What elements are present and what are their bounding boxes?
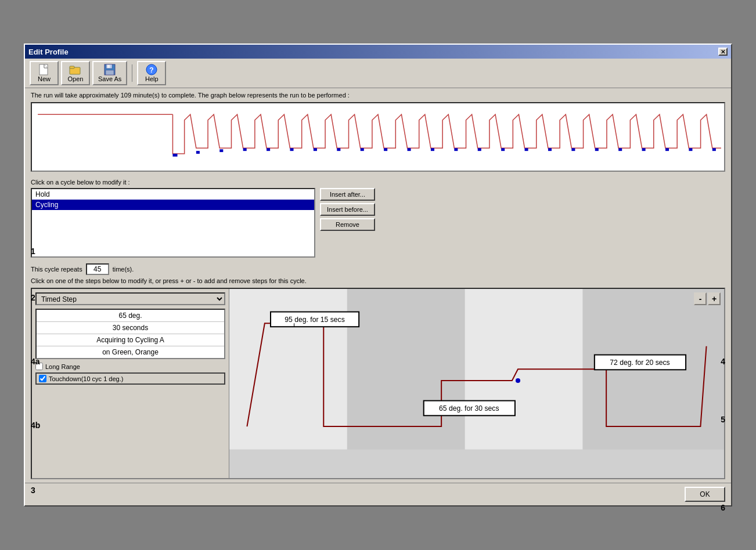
svg-rect-0: [39, 64, 48, 75]
step-params-box: 65 deg. 30 seconds Acquiring to Cycling …: [35, 309, 225, 359]
svg-rect-21: [337, 148, 340, 151]
cycle-container: Hold Cycling Insert after... Insert befo…: [31, 188, 725, 258]
touchdown-label: Touchdown(10 cyc 1 deg.): [49, 375, 123, 382]
save-as-button[interactable]: Save As: [92, 61, 127, 85]
step-param-temp[interactable]: 65 deg.: [37, 310, 224, 322]
repeat-prefix: This cycle repeats: [31, 266, 82, 273]
label-4a: 4a: [31, 357, 40, 366]
content-area: The run will take approximately 109 minu…: [25, 88, 731, 483]
repeat-input[interactable]: [86, 263, 109, 275]
label-3: 3: [31, 486, 35, 495]
label-4b: 4b: [31, 421, 40, 430]
help-label: Help: [145, 75, 159, 82]
svg-text:95 deg. for 15 secs: 95 deg. for 15 secs: [285, 316, 344, 324]
svg-rect-23: [384, 148, 387, 151]
svg-text:65 deg. for 30 secs: 65 deg. for 30 secs: [439, 405, 499, 413]
svg-rect-36: [689, 148, 692, 151]
open-label: Open: [68, 75, 84, 82]
svg-rect-19: [290, 148, 293, 151]
save-icon: [103, 64, 117, 75]
title-bar: Edit Profile ✕: [25, 45, 731, 59]
step-param-acquiring[interactable]: Acquiring to Cycling A: [37, 334, 224, 346]
svg-rect-35: [665, 148, 669, 151]
ok-button[interactable]: OK: [685, 487, 725, 502]
cycle-buttons: Insert after... Insert before... Remove: [320, 188, 375, 231]
help-button[interactable]: ? Help: [137, 61, 166, 85]
cycle-section-label: Click on a cycle below to modify it :: [31, 179, 725, 186]
open-button[interactable]: Open: [61, 61, 90, 85]
step-param-time[interactable]: 30 seconds: [37, 322, 224, 334]
svg-point-50: [516, 378, 520, 383]
svg-rect-27: [478, 148, 481, 151]
cycle-section: Click on a cycle below to modify it : Ho…: [31, 176, 725, 260]
toolbar-separator: [132, 64, 132, 82]
svg-rect-34: [642, 148, 646, 151]
cycle-list[interactable]: Hold Cycling: [31, 188, 315, 258]
new-icon: [37, 64, 51, 75]
label-4: 4: [721, 357, 725, 366]
steps-right-panel: - + 95 deg. for 15: [229, 289, 724, 478]
svg-rect-6: [70, 66, 74, 68]
save-as-label: Save As: [98, 75, 121, 82]
svg-rect-28: [501, 148, 505, 151]
svg-rect-10: [107, 65, 110, 68]
run-graph-svg: [32, 103, 724, 171]
svg-rect-30: [548, 148, 552, 151]
svg-rect-14: [172, 154, 177, 157]
svg-rect-24: [408, 148, 411, 151]
touchdown-checkbox[interactable]: [39, 375, 46, 382]
step-type-dropdown[interactable]: Timed Step: [35, 292, 225, 305]
steps-left-panel: Timed Step 65 deg. 30 seconds Acquiring …: [32, 289, 229, 478]
step-param-channels[interactable]: on Green, Orange: [37, 346, 224, 358]
touchdown-box: Touchdown(10 cyc 1 deg.): [35, 372, 225, 385]
window-title: Edit Profile: [28, 48, 69, 56]
label-5: 5: [721, 415, 725, 424]
label-2: 2: [31, 293, 35, 302]
svg-rect-29: [525, 148, 528, 151]
svg-rect-20: [314, 148, 317, 151]
minus-plus-controls: - +: [694, 292, 721, 305]
minus-button[interactable]: -: [694, 292, 707, 305]
svg-rect-40: [347, 289, 465, 450]
repeat-row: This cycle repeats time(s).: [31, 263, 725, 275]
info-text: The run will take approximately 109 minu…: [31, 92, 725, 99]
open-icon: [69, 64, 82, 75]
label-6: 6: [721, 503, 725, 512]
svg-rect-31: [571, 148, 575, 151]
cycle-item-hold[interactable]: Hold: [32, 189, 314, 200]
run-graph: [31, 102, 725, 172]
svg-text:?: ?: [150, 66, 154, 74]
long-range-label: Long Range: [45, 363, 80, 370]
toolbar: New Open Save As: [25, 59, 731, 88]
svg-rect-26: [454, 148, 458, 151]
main-window: Edit Profile ✕ New: [24, 44, 732, 506]
new-button[interactable]: New: [30, 61, 59, 85]
new-label: New: [38, 75, 51, 82]
label-1: 1: [31, 247, 35, 256]
bottom-bar: OK: [25, 483, 731, 505]
steps-info: Click on one of the steps below to modif…: [31, 277, 725, 284]
svg-rect-9: [106, 70, 114, 75]
long-range-row: Long Range: [35, 363, 225, 370]
plus-button[interactable]: +: [708, 292, 721, 305]
svg-rect-25: [431, 148, 434, 151]
close-button[interactable]: ✕: [718, 48, 728, 56]
insert-before-button[interactable]: Insert before...: [320, 203, 375, 216]
cycle-item-cycling[interactable]: Cycling: [32, 200, 314, 210]
svg-rect-16: [219, 149, 223, 152]
help-icon: ?: [145, 64, 159, 75]
repeat-suffix: time(s).: [113, 266, 134, 273]
svg-text:72 deg. for 20 secs: 72 deg. for 20 secs: [610, 359, 669, 367]
svg-rect-37: [712, 148, 716, 151]
insert-after-button[interactable]: Insert after...: [320, 188, 375, 201]
svg-rect-32: [595, 148, 599, 151]
svg-rect-15: [196, 151, 200, 154]
steps-area: Timed Step 65 deg. 30 seconds Acquiring …: [31, 288, 725, 479]
svg-rect-18: [267, 148, 270, 151]
svg-rect-33: [618, 148, 622, 151]
remove-button[interactable]: Remove: [320, 218, 375, 231]
steps-graph-svg: 95 deg. for 15 secs 65 deg. for 30 secs …: [229, 289, 724, 478]
step-type-row: Timed Step: [35, 292, 225, 305]
svg-rect-13: [32, 103, 724, 171]
svg-rect-22: [361, 148, 364, 151]
